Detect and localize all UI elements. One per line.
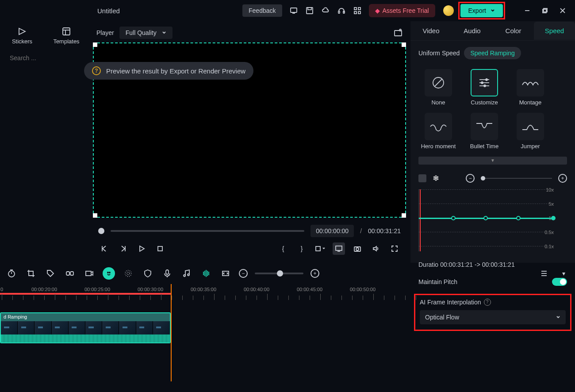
svg-rect-2 xyxy=(307,8,313,14)
mic-icon[interactable] xyxy=(161,267,173,280)
tag-icon[interactable] xyxy=(44,267,57,280)
zoom-in-button[interactable]: + xyxy=(558,174,567,183)
next-frame-button[interactable] xyxy=(117,242,129,255)
quality-select[interactable]: Full Quality xyxy=(119,27,172,39)
mark-out-button[interactable]: } xyxy=(295,242,308,255)
tab-video[interactable]: Video xyxy=(410,22,452,40)
face-icon[interactable] xyxy=(103,267,115,280)
assets-trial-button[interactable]: ◆ Assets Free Trial xyxy=(369,4,435,17)
camera2-icon[interactable] xyxy=(83,267,96,280)
prev-frame-button[interactable] xyxy=(98,242,111,255)
tl-zoom-in[interactable]: + xyxy=(310,269,319,278)
svg-rect-43 xyxy=(86,271,91,276)
grid-icon[interactable] xyxy=(349,3,365,19)
svg-point-46 xyxy=(127,272,130,275)
svg-rect-42 xyxy=(70,272,73,275)
time-separator: / xyxy=(360,227,362,234)
preset-customize[interactable]: Customize xyxy=(464,69,504,107)
speed-graph[interactable]: 10x 5x 1x 0.5x 0.1x xyxy=(418,189,567,251)
progress-handle[interactable] xyxy=(98,228,104,234)
hint-text: Preview the result by Export or Render P… xyxy=(106,67,245,75)
svg-rect-48 xyxy=(166,270,169,274)
preset-montage[interactable]: Montage xyxy=(510,69,550,107)
tab-speed[interactable]: Speed xyxy=(534,22,575,40)
expand-presets[interactable]: ▼ xyxy=(418,157,567,165)
video-clip[interactable]: d Ramping xyxy=(0,312,171,343)
svg-rect-25 xyxy=(316,246,320,251)
tab-color[interactable]: Color xyxy=(493,22,534,40)
preview-hint: ? Preview the result by Export or Render… xyxy=(84,62,253,80)
export-highlight: Export xyxy=(458,2,505,19)
svg-rect-15 xyxy=(63,28,70,35)
close-button[interactable] xyxy=(554,2,571,19)
volume-button[interactable] xyxy=(370,242,382,255)
camera-button[interactable] xyxy=(351,242,364,255)
fullscreen-button[interactable] xyxy=(388,242,401,255)
tab-templates[interactable]: Templates xyxy=(44,23,88,48)
preset-hero[interactable]: Hero moment xyxy=(418,113,458,150)
diamond-icon: ◆ xyxy=(375,7,380,14)
split-icon[interactable] xyxy=(200,267,212,280)
save-icon[interactable] xyxy=(302,3,318,19)
display-button[interactable] xyxy=(333,242,345,255)
shield-icon[interactable] xyxy=(142,267,154,280)
fit-icon[interactable] xyxy=(219,267,232,280)
zoom-out-button[interactable]: − xyxy=(466,174,475,183)
svg-point-44 xyxy=(107,272,108,273)
preview-panel: Player Full Quality ? Preview the result… xyxy=(88,21,410,263)
preset-jumper[interactable]: Jumper xyxy=(510,113,550,150)
total-time: 00:00:31:21 xyxy=(368,227,401,234)
svg-rect-3 xyxy=(308,8,311,10)
uniform-speed-tab[interactable]: Uniform Speed xyxy=(418,47,460,59)
player-label: Player xyxy=(96,29,114,36)
freeze-icon[interactable]: ❄ xyxy=(433,173,439,183)
left-sidebar: Stickers Templates ••• xyxy=(0,21,88,263)
ratio-button[interactable] xyxy=(314,242,326,255)
svg-point-21 xyxy=(399,29,401,31)
zoom-slider[interactable] xyxy=(481,178,552,179)
crop-icon[interactable] xyxy=(25,267,37,280)
list-icon[interactable] xyxy=(538,267,550,280)
tab-label: Stickers xyxy=(12,38,32,45)
tl-zoom-slider[interactable] xyxy=(255,273,303,274)
titlebar: Untitled Feedback ◆ Assets Free Trial Ex… xyxy=(0,0,575,21)
play-button[interactable] xyxy=(135,242,148,255)
music-icon[interactable] xyxy=(180,267,193,280)
progress-track[interactable] xyxy=(111,230,304,232)
stop-button[interactable] xyxy=(154,242,166,255)
svg-point-47 xyxy=(125,270,131,277)
tab-audio[interactable]: Audio xyxy=(452,22,493,40)
minimize-button[interactable] xyxy=(518,2,536,19)
screen-icon[interactable] xyxy=(286,3,302,19)
svg-rect-6 xyxy=(354,8,356,10)
preset-none[interactable]: None xyxy=(418,69,458,107)
sparkle-icon[interactable] xyxy=(122,267,134,280)
export-button[interactable]: Export xyxy=(460,4,503,17)
chevron-down-icon xyxy=(162,31,166,35)
maximize-button[interactable] xyxy=(536,2,554,19)
lock-icon[interactable] xyxy=(418,174,426,182)
svg-point-50 xyxy=(188,274,189,276)
tab-stickers[interactable]: Stickers xyxy=(0,23,44,48)
snapshot-icon[interactable] xyxy=(394,28,402,37)
preset-bullet[interactable]: Bullet Time xyxy=(464,113,504,150)
tl-zoom-out[interactable]: − xyxy=(239,269,248,278)
link-icon[interactable] xyxy=(64,267,76,280)
feedback-button[interactable]: Feedback xyxy=(242,4,282,17)
timer-icon[interactable] xyxy=(5,267,18,280)
mark-in-button[interactable]: { xyxy=(277,242,289,255)
svg-point-33 xyxy=(486,79,487,81)
search-input[interactable] xyxy=(10,54,87,61)
svg-rect-41 xyxy=(66,272,69,275)
audio-waveform xyxy=(1,334,170,342)
chevron-down-icon xyxy=(491,8,495,13)
svg-rect-4 xyxy=(338,11,340,13)
cloud-icon[interactable] xyxy=(318,3,334,19)
headset-icon[interactable] xyxy=(334,3,349,19)
theme-icon[interactable] xyxy=(443,5,454,16)
duration-label: Duratio xyxy=(418,261,438,268)
svg-point-37 xyxy=(484,85,486,87)
speed-ramping-tab[interactable]: Speed Ramping xyxy=(464,47,521,59)
timeline-ruler[interactable]: 0 00:00:20:00 00:00:25:00 00:00:30:00 00… xyxy=(0,284,575,300)
svg-point-49 xyxy=(184,275,185,277)
